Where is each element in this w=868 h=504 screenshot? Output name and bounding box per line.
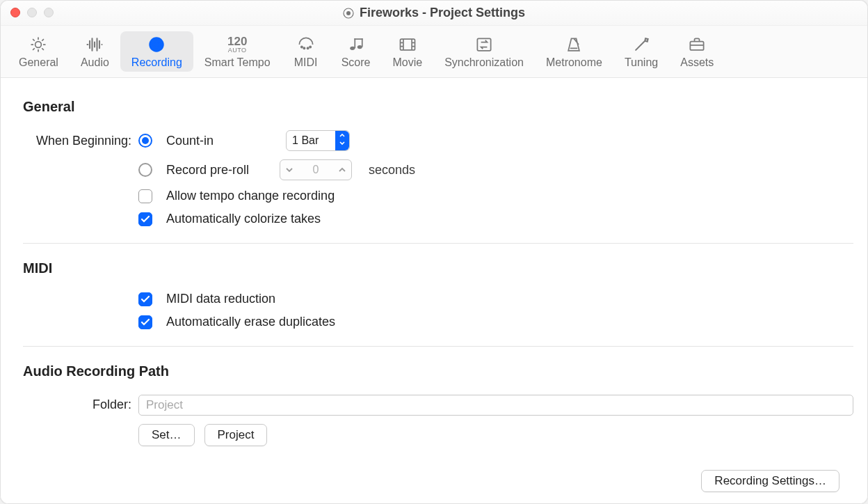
project-folder-button[interactable]: Project	[204, 424, 268, 446]
window-title-text: Fireworks - Project Settings	[360, 6, 525, 20]
pre-roll-units: seconds	[369, 163, 415, 178]
midi-data-reduction-label: MIDI data reduction	[166, 292, 275, 306]
count-in-select[interactable]: 1 Bar	[286, 130, 350, 151]
svg-point-10	[357, 45, 362, 49]
svg-point-7	[307, 47, 308, 49]
count-in-label: Count-in	[166, 134, 214, 148]
footer: Recording Settings…	[23, 470, 853, 503]
midi-data-reduction-checkbox[interactable]	[138, 292, 152, 306]
tab-metronome[interactable]: Metronome	[535, 31, 613, 72]
tab-label: Assets	[680, 56, 714, 69]
btn-label: Recording Settings…	[714, 474, 826, 488]
chevron-updown-icon	[335, 131, 349, 150]
svg-rect-13	[354, 38, 362, 40]
tab-tuning[interactable]: Tuning	[613, 31, 669, 72]
section-title-path: Audio Recording Path	[23, 363, 853, 379]
tab-label: General	[19, 56, 58, 69]
tab-recording[interactable]: Recording	[120, 31, 193, 72]
zoom-window-button[interactable]	[44, 8, 54, 17]
tab-assets[interactable]: Assets	[669, 31, 725, 72]
tab-label: Smart Tempo	[204, 56, 271, 69]
sync-icon	[474, 34, 495, 55]
svg-rect-12	[361, 38, 362, 47]
app-icon	[343, 8, 354, 19]
divider	[23, 346, 853, 347]
window-controls	[10, 8, 54, 17]
tab-score[interactable]: Score	[330, 31, 382, 72]
recording-settings-button[interactable]: Recording Settings…	[701, 470, 839, 492]
pre-roll-radio[interactable]	[138, 163, 152, 177]
project-settings-window: Fireworks - Project Settings General Aud…	[0, 0, 868, 504]
minimize-window-button[interactable]	[27, 8, 37, 17]
smart-tempo-icon: 120 AUTO	[227, 34, 247, 55]
tab-smart-tempo[interactable]: 120 AUTO Smart Tempo	[193, 31, 282, 72]
tab-label: MIDI	[294, 56, 318, 69]
chevron-down-icon[interactable]	[284, 166, 294, 174]
toolbar-tabs: General Audio Recording 120 AUTO Smart T…	[1, 26, 867, 78]
tab-label: Synchronization	[444, 56, 524, 69]
pre-roll-label: Record pre-roll	[166, 163, 249, 178]
score-icon	[346, 34, 367, 55]
svg-point-1	[346, 11, 351, 15]
tab-label: Movie	[392, 56, 422, 69]
when-beginning-label: When Beginning:	[23, 134, 138, 148]
count-in-value: 1 Bar	[292, 134, 319, 147]
tab-label: Score	[341, 56, 371, 69]
record-icon	[146, 34, 167, 55]
chevron-up-icon[interactable]	[337, 166, 347, 174]
erase-duplicates-checkbox[interactable]	[138, 315, 152, 329]
tab-label: Audio	[81, 56, 109, 69]
pre-roll-value: 0	[313, 164, 319, 176]
tab-label: Tuning	[625, 56, 658, 69]
waveform-icon	[84, 34, 105, 55]
window-title: Fireworks - Project Settings	[343, 6, 525, 20]
erase-duplicates-label: Automatically erase duplicates	[166, 315, 335, 329]
folder-path-placeholder: Project	[146, 398, 183, 412]
close-window-button[interactable]	[10, 8, 20, 17]
allow-tempo-change-label: Allow tempo change recording	[166, 189, 335, 203]
section-title-general: General	[23, 99, 853, 115]
colorize-takes-checkbox[interactable]	[138, 212, 152, 226]
metronome-icon	[563, 34, 584, 55]
tab-label: Metronome	[546, 56, 602, 69]
svg-point-5	[300, 46, 302, 47]
btn-label: Project	[218, 428, 255, 442]
divider	[23, 243, 853, 244]
tab-synchronization[interactable]: Synchronization	[433, 31, 535, 72]
svg-rect-14	[400, 39, 415, 50]
settings-content: General When Beginning: Count-in 1 Bar	[1, 78, 867, 503]
svg-rect-11	[354, 38, 355, 48]
pre-roll-stepper[interactable]: 0	[280, 159, 352, 180]
tab-label: Recording	[131, 56, 182, 69]
folder-path-input[interactable]: Project	[138, 395, 853, 416]
svg-point-2	[35, 42, 42, 48]
section-title-midi: MIDI	[23, 260, 853, 276]
svg-point-8	[310, 46, 311, 47]
colorize-takes-label: Automatically colorize takes	[166, 212, 321, 226]
briefcase-icon	[686, 34, 707, 55]
svg-rect-15	[477, 38, 490, 51]
set-folder-button[interactable]: Set…	[138, 424, 195, 446]
gear-icon	[28, 34, 49, 55]
midi-icon	[296, 34, 316, 55]
titlebar: Fireworks - Project Settings	[1, 1, 867, 26]
tab-movie[interactable]: Movie	[381, 31, 433, 72]
allow-tempo-change-checkbox[interactable]	[138, 189, 152, 203]
tab-general[interactable]: General	[8, 31, 70, 72]
count-in-radio[interactable]	[138, 134, 152, 148]
svg-point-4	[154, 42, 160, 48]
svg-point-9	[350, 47, 355, 50]
tab-midi[interactable]: MIDI	[282, 31, 330, 72]
tuning-icon	[631, 34, 652, 55]
folder-label: Folder:	[23, 395, 138, 416]
movie-icon	[397, 34, 418, 55]
btn-label: Set…	[152, 428, 182, 442]
svg-point-6	[303, 47, 305, 49]
tab-audio[interactable]: Audio	[70, 31, 120, 72]
